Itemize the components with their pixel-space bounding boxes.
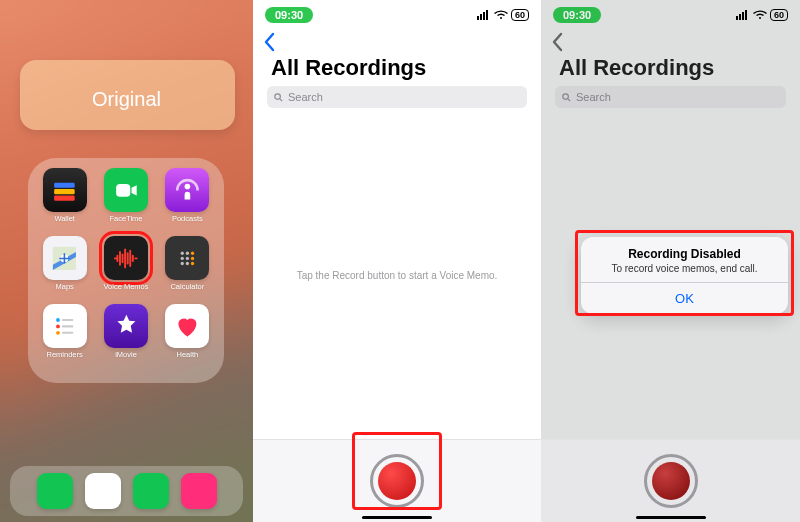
- signal-icon: [477, 10, 491, 20]
- svg-rect-1: [54, 189, 75, 194]
- dock-messages-icon[interactable]: [133, 473, 169, 509]
- dock: [10, 466, 243, 516]
- status-bar: 09:30 60: [253, 0, 541, 26]
- page-title: All Recordings: [271, 55, 426, 81]
- wallet-icon: [43, 168, 87, 212]
- svg-point-8: [191, 251, 194, 254]
- app-label: Maps: [55, 283, 73, 291]
- svg-rect-0: [54, 182, 75, 187]
- dock-phone-icon[interactable]: [37, 473, 73, 509]
- svg-point-4: [184, 183, 190, 189]
- svg-rect-3: [116, 184, 130, 197]
- facetime-icon: [104, 168, 148, 212]
- svg-point-15: [56, 318, 60, 322]
- svg-point-10: [186, 256, 189, 259]
- search-input[interactable]: Search: [267, 86, 527, 108]
- search-icon: [273, 92, 284, 103]
- svg-rect-21: [477, 16, 479, 20]
- app-label: FaceTime: [109, 215, 142, 223]
- svg-point-11: [191, 256, 194, 259]
- svg-rect-18: [62, 325, 74, 327]
- app-voice-memos[interactable]: Voice Memos: [97, 236, 154, 304]
- app-podcasts[interactable]: Podcasts: [159, 168, 216, 236]
- home-indicator: [636, 516, 706, 519]
- record-button[interactable]: [644, 454, 698, 508]
- svg-point-25: [275, 93, 281, 99]
- svg-rect-22: [480, 14, 482, 20]
- svg-point-7: [186, 251, 189, 254]
- app-label: Health: [176, 351, 198, 359]
- svg-line-26: [280, 98, 282, 100]
- svg-point-14: [191, 261, 194, 264]
- empty-hint: Tap the Record button to start a Voice M…: [253, 270, 541, 281]
- app-label: Voice Memos: [103, 283, 148, 291]
- app-reminders[interactable]: Reminders: [36, 304, 93, 372]
- search-placeholder: Search: [288, 91, 323, 103]
- app-label: Reminders: [47, 351, 83, 359]
- imovie-icon: [104, 304, 148, 348]
- svg-point-6: [181, 251, 184, 254]
- podcasts-icon: [165, 168, 209, 212]
- folder-title: Original: [0, 88, 253, 111]
- calculator-icon: [165, 236, 209, 280]
- health-icon: [165, 304, 209, 348]
- maps-icon: [43, 236, 87, 280]
- voice-memos-list: 09:30 60 All Recordings Search Tap the R…: [253, 0, 541, 522]
- svg-rect-20: [62, 331, 74, 333]
- app-calculator[interactable]: Calculator: [159, 236, 216, 304]
- svg-point-12: [181, 261, 184, 264]
- app-wallet[interactable]: Wallet: [36, 168, 93, 236]
- app-label: iMovie: [115, 351, 137, 359]
- app-label: Calculator: [170, 283, 204, 291]
- record-button-inner: [652, 462, 690, 500]
- dock-music-icon[interactable]: [181, 473, 217, 509]
- svg-rect-2: [54, 195, 75, 200]
- status-time: 09:30: [265, 7, 313, 23]
- app-facetime[interactable]: FaceTime: [97, 168, 154, 236]
- svg-rect-24: [486, 10, 488, 20]
- app-health[interactable]: Health: [159, 304, 216, 372]
- reminders-icon: [43, 304, 87, 348]
- app-label: Wallet: [54, 215, 75, 223]
- app-label: Podcasts: [172, 215, 203, 223]
- dock-safari-icon[interactable]: [85, 473, 121, 509]
- voice-memos-alert: 09:30 60 All Recordings Search Recording…: [541, 0, 800, 522]
- alert-highlight-box: [575, 230, 794, 316]
- svg-point-9: [181, 256, 184, 259]
- app-imovie[interactable]: iMovie: [97, 304, 154, 372]
- voice-memos-icon: [104, 236, 148, 280]
- record-highlight-box: [352, 432, 442, 510]
- home-indicator: [362, 516, 432, 519]
- record-toolbar: [541, 439, 800, 522]
- app-folder: Wallet FaceTime Podcasts Maps: [28, 158, 224, 383]
- wifi-icon: [494, 10, 508, 20]
- battery-pill: 60: [511, 9, 529, 21]
- svg-point-13: [186, 261, 189, 264]
- svg-rect-16: [62, 319, 74, 321]
- home-screen: Original Wallet FaceTime Podcasts: [0, 0, 253, 522]
- svg-rect-23: [483, 12, 485, 20]
- svg-point-17: [56, 324, 60, 328]
- back-button[interactable]: [263, 32, 277, 56]
- app-maps[interactable]: Maps: [36, 236, 93, 304]
- svg-point-19: [56, 330, 60, 334]
